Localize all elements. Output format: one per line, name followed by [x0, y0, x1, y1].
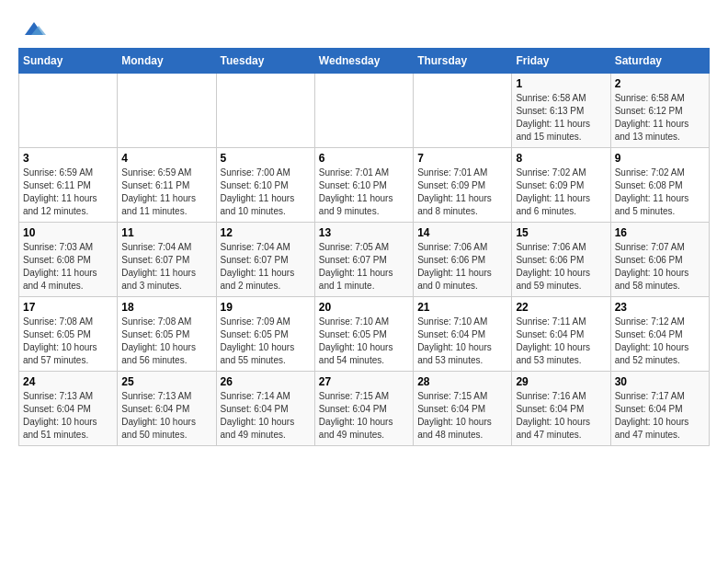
- day-info: Sunrise: 7:13 AM Sunset: 6:04 PM Dayligh…: [121, 390, 211, 442]
- day-number: 29: [516, 375, 606, 388]
- day-number: 14: [417, 226, 507, 239]
- calendar-day-cell: 25Sunrise: 7:13 AM Sunset: 6:04 PM Dayli…: [118, 372, 216, 446]
- day-info: Sunrise: 7:01 AM Sunset: 6:09 PM Dayligh…: [417, 167, 507, 218]
- calendar-day-cell: 16Sunrise: 7:07 AM Sunset: 6:06 PM Dayli…: [610, 223, 709, 297]
- calendar-day-cell: 29Sunrise: 7:16 AM Sunset: 6:04 PM Dayli…: [512, 372, 610, 446]
- day-number: 8: [516, 152, 606, 165]
- day-info: Sunrise: 7:07 AM Sunset: 6:06 PM Dayligh…: [615, 241, 705, 293]
- day-info: Sunrise: 7:08 AM Sunset: 6:05 PM Dayligh…: [121, 316, 211, 367]
- day-number: 5: [221, 152, 311, 165]
- day-info: Sunrise: 7:02 AM Sunset: 6:09 PM Dayligh…: [516, 167, 606, 218]
- calendar-day-cell: [19, 74, 118, 148]
- day-number: 1: [516, 77, 606, 90]
- calendar-day-cell: 12Sunrise: 7:04 AM Sunset: 6:07 PM Dayli…: [216, 223, 314, 297]
- calendar-day-cell: 28Sunrise: 7:15 AM Sunset: 6:04 PM Dayli…: [414, 372, 512, 446]
- calendar-day-cell: 10Sunrise: 7:03 AM Sunset: 6:08 PM Dayli…: [19, 223, 118, 297]
- logo-icon: [20, 18, 48, 39]
- day-info: Sunrise: 7:05 AM Sunset: 6:07 PM Dayligh…: [319, 241, 409, 293]
- calendar-week-row: 24Sunrise: 7:13 AM Sunset: 6:04 PM Dayli…: [19, 372, 710, 446]
- day-info: Sunrise: 7:06 AM Sunset: 6:06 PM Dayligh…: [417, 241, 507, 293]
- calendar-day-cell: 15Sunrise: 7:06 AM Sunset: 6:06 PM Dayli…: [512, 223, 610, 297]
- day-number: 23: [615, 301, 705, 314]
- calendar-header-row: SundayMondayTuesdayWednesdayThursdayFrid…: [19, 49, 710, 74]
- calendar-day-cell: 1Sunrise: 6:58 AM Sunset: 6:13 PM Daylig…: [512, 74, 610, 148]
- day-number: 7: [417, 152, 507, 165]
- calendar-day-cell: [414, 74, 512, 148]
- day-info: Sunrise: 7:01 AM Sunset: 6:10 PM Dayligh…: [319, 167, 409, 218]
- day-info: Sunrise: 7:03 AM Sunset: 6:08 PM Dayligh…: [23, 241, 113, 293]
- day-info: Sunrise: 6:59 AM Sunset: 6:11 PM Dayligh…: [121, 167, 211, 218]
- calendar-day-cell: 9Sunrise: 7:02 AM Sunset: 6:08 PM Daylig…: [610, 148, 709, 223]
- weekday-header-monday: Monday: [118, 49, 216, 74]
- calendar-day-cell: 26Sunrise: 7:14 AM Sunset: 6:04 PM Dayli…: [216, 372, 314, 446]
- day-info: Sunrise: 7:09 AM Sunset: 6:05 PM Dayligh…: [221, 316, 311, 367]
- calendar-day-cell: 5Sunrise: 7:00 AM Sunset: 6:10 PM Daylig…: [216, 148, 314, 223]
- calendar-week-row: 17Sunrise: 7:08 AM Sunset: 6:05 PM Dayli…: [19, 297, 710, 372]
- calendar-day-cell: 2Sunrise: 6:58 AM Sunset: 6:12 PM Daylig…: [610, 74, 709, 148]
- day-number: 2: [615, 77, 705, 90]
- calendar-day-cell: 8Sunrise: 7:02 AM Sunset: 6:09 PM Daylig…: [512, 148, 610, 223]
- weekday-header-wednesday: Wednesday: [314, 49, 413, 74]
- calendar-day-cell: 23Sunrise: 7:12 AM Sunset: 6:04 PM Dayli…: [610, 297, 709, 372]
- weekday-header-friday: Friday: [512, 49, 610, 74]
- weekday-header-sunday: Sunday: [19, 49, 118, 74]
- day-number: 11: [121, 226, 211, 239]
- day-number: 19: [221, 301, 311, 314]
- calendar-week-row: 3Sunrise: 6:59 AM Sunset: 6:11 PM Daylig…: [19, 148, 710, 223]
- calendar-day-cell: 22Sunrise: 7:11 AM Sunset: 6:04 PM Dayli…: [512, 297, 610, 372]
- day-number: 6: [319, 152, 409, 165]
- day-info: Sunrise: 7:10 AM Sunset: 6:04 PM Dayligh…: [417, 316, 507, 367]
- weekday-header-saturday: Saturday: [610, 49, 709, 74]
- day-info: Sunrise: 6:58 AM Sunset: 6:12 PM Dayligh…: [615, 92, 705, 144]
- weekday-header-tuesday: Tuesday: [216, 49, 314, 74]
- calendar-day-cell: 18Sunrise: 7:08 AM Sunset: 6:05 PM Dayli…: [118, 297, 216, 372]
- calendar-day-cell: [314, 74, 413, 148]
- day-info: Sunrise: 7:02 AM Sunset: 6:08 PM Dayligh…: [615, 167, 705, 218]
- day-number: 9: [615, 152, 705, 165]
- calendar-day-cell: 6Sunrise: 7:01 AM Sunset: 6:10 PM Daylig…: [314, 148, 413, 223]
- day-info: Sunrise: 7:16 AM Sunset: 6:04 PM Dayligh…: [516, 390, 606, 442]
- day-info: Sunrise: 6:59 AM Sunset: 6:11 PM Dayligh…: [23, 167, 113, 218]
- calendar-day-cell: 19Sunrise: 7:09 AM Sunset: 6:05 PM Dayli…: [216, 297, 314, 372]
- day-number: 16: [615, 226, 705, 239]
- day-info: Sunrise: 7:06 AM Sunset: 6:06 PM Dayligh…: [516, 241, 606, 293]
- day-info: Sunrise: 7:10 AM Sunset: 6:05 PM Dayligh…: [319, 316, 409, 367]
- day-number: 17: [23, 301, 113, 314]
- day-info: Sunrise: 7:08 AM Sunset: 6:05 PM Dayligh…: [23, 316, 113, 367]
- day-number: 18: [121, 301, 211, 314]
- calendar-day-cell: 13Sunrise: 7:05 AM Sunset: 6:07 PM Dayli…: [314, 223, 413, 297]
- calendar-day-cell: 20Sunrise: 7:10 AM Sunset: 6:05 PM Dayli…: [314, 297, 413, 372]
- day-number: 4: [121, 152, 211, 165]
- day-number: 13: [319, 226, 409, 239]
- day-number: 27: [319, 375, 409, 388]
- day-info: Sunrise: 7:04 AM Sunset: 6:07 PM Dayligh…: [121, 241, 211, 293]
- day-info: Sunrise: 7:14 AM Sunset: 6:04 PM Dayligh…: [221, 390, 311, 442]
- day-number: 24: [23, 375, 113, 388]
- calendar-day-cell: 17Sunrise: 7:08 AM Sunset: 6:05 PM Dayli…: [19, 297, 118, 372]
- calendar-day-cell: 30Sunrise: 7:17 AM Sunset: 6:04 PM Dayli…: [610, 372, 709, 446]
- day-info: Sunrise: 7:11 AM Sunset: 6:04 PM Dayligh…: [516, 316, 606, 367]
- calendar-day-cell: [118, 74, 216, 148]
- calendar-day-cell: 11Sunrise: 7:04 AM Sunset: 6:07 PM Dayli…: [118, 223, 216, 297]
- calendar-day-cell: 24Sunrise: 7:13 AM Sunset: 6:04 PM Dayli…: [19, 372, 118, 446]
- day-info: Sunrise: 7:00 AM Sunset: 6:10 PM Dayligh…: [221, 167, 311, 218]
- day-info: Sunrise: 7:17 AM Sunset: 6:04 PM Dayligh…: [615, 390, 705, 442]
- day-number: 10: [23, 226, 113, 239]
- calendar-day-cell: 7Sunrise: 7:01 AM Sunset: 6:09 PM Daylig…: [414, 148, 512, 223]
- day-info: Sunrise: 6:58 AM Sunset: 6:13 PM Dayligh…: [516, 92, 606, 144]
- calendar-day-cell: 14Sunrise: 7:06 AM Sunset: 6:06 PM Dayli…: [414, 223, 512, 297]
- day-number: 12: [221, 226, 311, 239]
- calendar-day-cell: 4Sunrise: 6:59 AM Sunset: 6:11 PM Daylig…: [118, 148, 216, 223]
- day-number: 20: [319, 301, 409, 314]
- calendar-day-cell: 3Sunrise: 6:59 AM Sunset: 6:11 PM Daylig…: [19, 148, 118, 223]
- logo: [18, 18, 48, 39]
- calendar-day-cell: [216, 74, 314, 148]
- calendar-table: SundayMondayTuesdayWednesdayThursdayFrid…: [18, 48, 710, 446]
- day-number: 21: [417, 301, 507, 314]
- day-info: Sunrise: 7:15 AM Sunset: 6:04 PM Dayligh…: [319, 390, 409, 442]
- day-number: 26: [221, 375, 311, 388]
- calendar-week-row: 1Sunrise: 6:58 AM Sunset: 6:13 PM Daylig…: [19, 74, 710, 148]
- day-info: Sunrise: 7:15 AM Sunset: 6:04 PM Dayligh…: [417, 390, 507, 442]
- day-info: Sunrise: 7:04 AM Sunset: 6:07 PM Dayligh…: [221, 241, 311, 293]
- day-number: 15: [516, 226, 606, 239]
